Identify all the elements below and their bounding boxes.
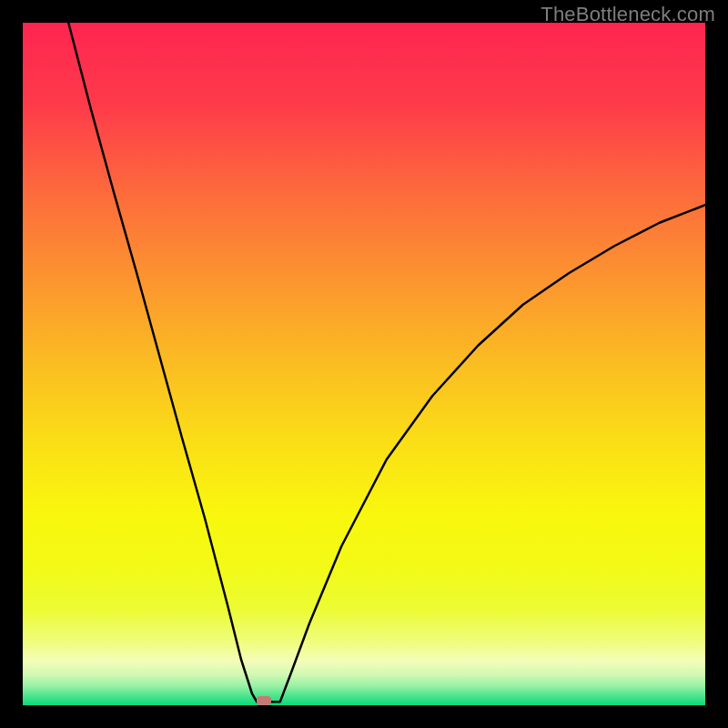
bottleneck-curve [23,23,705,705]
chart-frame: TheBottleneck.com [0,0,728,728]
plot-area [23,23,705,705]
watermark-text: TheBottleneck.com [541,3,715,26]
minimum-marker [257,696,271,705]
